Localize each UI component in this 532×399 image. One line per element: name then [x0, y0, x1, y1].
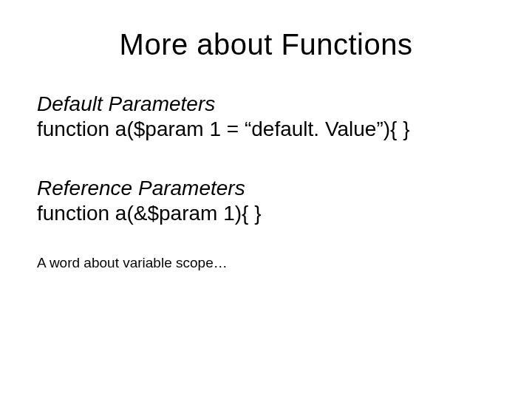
section-heading-reference-params: Reference Parameters: [37, 177, 495, 200]
code-reference-params: function a(&$param 1){ }: [37, 202, 495, 225]
code-default-params: function a($param 1 = “default. Value”){…: [37, 117, 495, 141]
slide-container: More about Functions Default Parameters …: [0, 0, 532, 399]
section-heading-default-params: Default Parameters: [37, 92, 495, 116]
slide-title: More about Functions: [81, 28, 451, 61]
footnote-scope: A word about variable scope…: [37, 255, 495, 271]
